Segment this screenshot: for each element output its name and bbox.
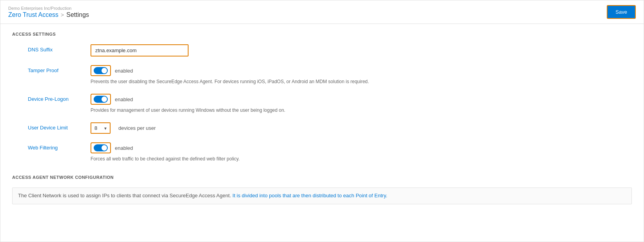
settings-form: DNS Suffix Tamper Proof — [16, 44, 632, 162]
device-pre-logon-row: Device Pre-Logon enabled — [16, 94, 632, 114]
tamper-proof-row: Tamper Proof enabled — [16, 65, 632, 85]
tamper-proof-description: Prevents the user disabling the SecureEd… — [91, 78, 632, 85]
user-device-limit-select[interactable]: 1 2 3 4 5 6 7 8 10 1 — [91, 123, 110, 133]
device-pre-logon-inline: enabled — [91, 94, 632, 105]
save-button[interactable]: Save — [607, 5, 636, 19]
page-wrapper: Demo Enterprises Inc/Production Zero Tru… — [0, 0, 644, 242]
breadcrumb-separator: > — [61, 12, 64, 18]
tamper-proof-toggle[interactable] — [94, 67, 108, 74]
user-device-limit-inline: 1 2 3 4 5 6 7 8 10 1 — [91, 122, 632, 134]
breadcrumb-zero-trust[interactable]: Zero Trust Access — [8, 11, 58, 18]
tamper-proof-control: enabled Prevents the user disabling the … — [91, 65, 632, 85]
org-label: Demo Enterprises Inc/Production — [8, 6, 89, 11]
dns-suffix-control — [91, 44, 632, 56]
device-pre-logon-toggle[interactable] — [94, 96, 108, 103]
network-config-section: ACCESS AGENT NETWORK CONFIGURATION The C… — [12, 171, 632, 204]
network-config-description: The Client Network is used to assign IPs… — [12, 187, 632, 204]
user-device-limit-control: 1 2 3 4 5 6 7 8 10 1 — [91, 122, 632, 134]
tamper-proof-inline: enabled — [91, 65, 632, 76]
web-filtering-state: enabled — [115, 145, 133, 151]
header-left: Demo Enterprises Inc/Production Zero Tru… — [8, 6, 89, 18]
device-pre-logon-toggle-container[interactable] — [91, 94, 111, 105]
web-filtering-toggle[interactable] — [94, 144, 108, 151]
web-filtering-inline: enabled — [91, 142, 632, 153]
web-filtering-toggle-container[interactable] — [91, 142, 111, 153]
device-pre-logon-state: enabled — [115, 96, 133, 102]
user-device-limit-label: User Device Limit — [28, 122, 91, 131]
header: Demo Enterprises Inc/Production Zero Tru… — [0, 0, 644, 24]
web-filtering-description: Forces all web traffic to be checked aga… — [91, 155, 632, 162]
web-filtering-control: enabled Forces all web traffic to be che… — [91, 142, 632, 162]
network-description-part2: It is divided into pools that are then d… — [232, 193, 387, 198]
tamper-proof-state: enabled — [115, 68, 133, 74]
devices-per-user-label: devices per user — [118, 125, 156, 131]
device-pre-logon-label: Device Pre-Logon — [28, 94, 91, 102]
breadcrumb: Zero Trust Access > Settings — [8, 11, 89, 18]
access-settings-section: ACCESS SETTINGS DNS Suffix Tamper Proof — [12, 32, 632, 162]
dns-suffix-label: DNS Suffix — [28, 44, 91, 53]
network-description-part1: The Client Network is used to assign IPs… — [18, 193, 232, 198]
access-settings-title: ACCESS SETTINGS — [12, 32, 632, 36]
tamper-proof-toggle-container[interactable] — [91, 65, 111, 76]
web-filtering-label: Web Filtering — [28, 142, 91, 151]
web-filtering-row: Web Filtering enabled — [16, 142, 632, 162]
user-device-limit-row: User Device Limit 1 2 3 4 — [16, 122, 632, 134]
user-device-limit-select-container: 1 2 3 4 5 6 7 8 10 1 — [91, 122, 111, 134]
tamper-proof-label: Tamper Proof — [28, 65, 91, 73]
device-pre-logon-description: Provides for management of user devices … — [91, 107, 632, 114]
network-config-title: ACCESS AGENT NETWORK CONFIGURATION — [12, 175, 632, 180]
content-area: ACCESS SETTINGS DNS Suffix Tamper Proof — [0, 24, 644, 212]
breadcrumb-settings: Settings — [66, 11, 89, 18]
dns-suffix-input[interactable] — [91, 44, 189, 56]
dns-suffix-row: DNS Suffix — [16, 44, 632, 56]
device-pre-logon-control: enabled Provides for management of user … — [91, 94, 632, 114]
select-wrapper: 1 2 3 4 5 6 7 8 10 1 — [91, 123, 110, 133]
